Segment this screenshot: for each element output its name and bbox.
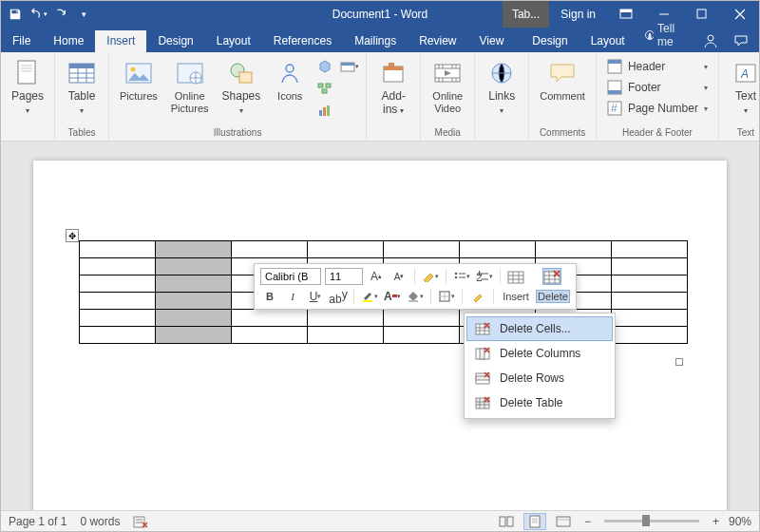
zoom-level[interactable]: 90% [729,515,751,528]
delete-table-item[interactable]: Delete Table [466,390,613,415]
page-number-button[interactable]: #Page Number▾ [602,98,712,119]
tell-me[interactable]: Tell me [636,18,696,52]
status-words[interactable]: 0 words [80,515,120,528]
group-tables: Table▾ Tables [55,52,109,141]
group-pages: Pages▾ [1,52,55,141]
addins-button[interactable]: Add- ins ▾ [372,55,414,120]
group-addins: Add- ins ▾ [367,52,421,141]
tab-review[interactable]: Review [408,30,467,52]
redo-icon[interactable] [50,3,71,26]
svg-rect-40 [508,272,523,283]
tab-view[interactable]: View [468,30,516,52]
group-label: Header & Footer [622,126,693,140]
tab-layout[interactable]: Layout [205,30,262,52]
svg-rect-17 [322,89,327,93]
svg-text:A: A [740,67,749,81]
mini-bullets-button[interactable]: ▾ [452,268,471,285]
zoom-slider[interactable] [604,520,699,522]
comments-pane-icon[interactable] [727,29,755,52]
account-icon[interactable] [696,29,725,52]
icons-button[interactable]: Icons [269,55,311,105]
tab-home[interactable]: Home [42,30,95,52]
table-resize-handle[interactable] [675,358,683,366]
pictures-button[interactable]: Pictures [115,55,162,105]
mini-numbering-button[interactable]: 12▾ [475,268,494,285]
tab-design[interactable]: Design [146,30,204,52]
mini-format-painter-button[interactable] [468,288,487,305]
read-mode-button[interactable] [495,513,518,530]
delete-rows-item[interactable]: Delete Rows [466,366,613,390]
mini-highlight-button[interactable]: ▾ [360,288,379,305]
qat-customize-icon[interactable]: ▾ [73,3,94,26]
svg-rect-55 [530,516,540,527]
mini-font-color-button[interactable]: A▾ [383,288,402,305]
zoom-in-button[interactable]: + [709,515,723,528]
tab-insert[interactable]: Insert [95,30,146,52]
tab-context-layout[interactable]: Layout [580,30,636,52]
table-button[interactable]: Table▾ [61,55,103,118]
status-page[interactable]: Page 1 of 1 [9,515,66,528]
svg-rect-22 [341,63,354,66]
mini-shading-button[interactable]: ▾ [406,288,425,305]
close-button[interactable] [721,1,759,28]
svg-rect-7 [69,64,94,68]
tell-me-label: Tell me [657,22,689,48]
mini-delete-label[interactable]: Delete [536,290,570,303]
svg-point-36 [455,273,457,275]
sign-in-button[interactable]: Sign in [549,8,607,21]
smartart-button[interactable] [314,79,335,98]
page[interactable]: ✥ [33,161,727,512]
mini-styles-button[interactable]: ▾ [421,268,440,285]
group-illustrations: Pictures Online Pictures Shapes▾ Icons ▾ [109,52,367,141]
mini-insert-label[interactable]: Insert [500,291,532,302]
delete-columns-item[interactable]: Delete Columns [466,341,613,366]
mini-underline-button[interactable]: U▾ [306,288,325,305]
text-button[interactable]: A Text▾ [725,55,760,118]
mini-toolbar: A▴ A▾ ▾ ▾ 12▾ B I U▾ aby ▾ A▾ ▾ ▾ I [254,263,577,310]
links-button[interactable]: Links▾ [481,55,522,118]
svg-rect-29 [608,60,621,64]
grow-font-button[interactable]: A▴ [367,268,386,285]
web-layout-button[interactable] [552,513,575,530]
svg-rect-24 [384,66,403,70]
tab-references[interactable]: References [262,30,343,52]
mini-borders-button[interactable]: ▾ [437,288,456,305]
svg-rect-56 [557,517,570,526]
tab-file[interactable]: File [1,30,42,52]
print-layout-button[interactable] [523,513,546,530]
header-button[interactable]: Header▾ [602,56,712,77]
pages-button[interactable]: Pages▾ [7,55,48,118]
shapes-button[interactable]: Shapes▾ [218,55,266,118]
svg-point-37 [455,276,457,278]
group-header-footer: Header▾ Footer▾ #Page Number▾ Header & F… [597,52,719,141]
tab-mailings[interactable]: Mailings [343,30,408,52]
mini-ruby-button[interactable]: aby [329,288,348,305]
save-icon[interactable] [5,3,26,26]
online-video-button[interactable]: Online Video [427,55,468,117]
zoom-out-button[interactable]: − [580,515,595,528]
screenshot-button[interactable]: ▾ [339,57,360,76]
comment-button[interactable]: Comment [535,55,590,105]
svg-rect-31 [608,90,621,94]
font-size-input[interactable] [325,268,363,285]
group-label: Comments [540,126,585,140]
models-button[interactable] [314,57,335,76]
svg-rect-18 [319,110,322,116]
chart-button[interactable] [314,101,335,120]
mini-bold-button[interactable]: B [260,288,279,305]
online-pictures-button[interactable]: Online Pictures [166,55,214,117]
table-move-handle[interactable]: ✥ [66,229,79,242]
svg-rect-42 [363,300,372,302]
font-name-input[interactable] [260,268,321,285]
mini-insert-icon[interactable] [506,268,525,285]
tab-context-design[interactable]: Design [521,30,579,52]
mini-delete-icon[interactable] [542,268,561,285]
undo-icon[interactable]: ▾ [28,3,48,26]
delete-cells-item[interactable]: Delete Cells... [466,316,613,341]
svg-rect-50 [476,376,489,380]
mini-italic-button[interactable]: I [283,288,302,305]
footer-button[interactable]: Footer▾ [602,77,712,98]
proofing-icon[interactable] [133,515,148,528]
shrink-font-button[interactable]: A▾ [390,268,408,285]
svg-rect-2 [697,10,706,18]
